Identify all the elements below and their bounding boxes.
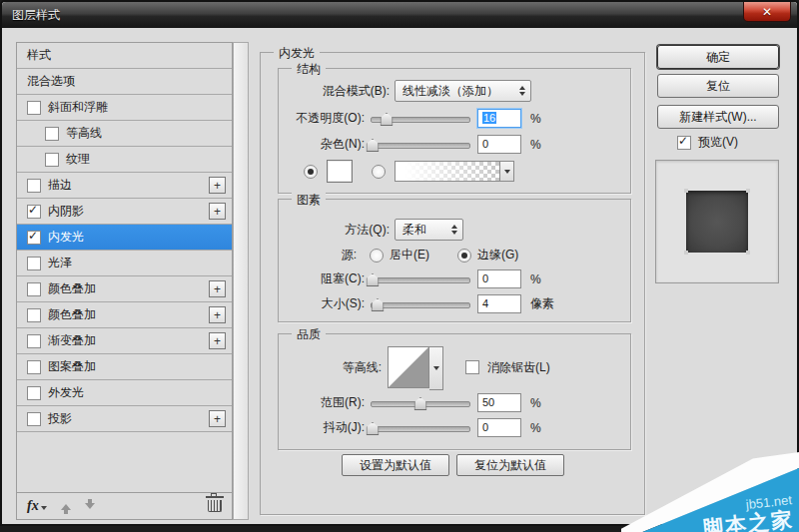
antialias-checkbox[interactable] bbox=[465, 360, 479, 374]
make-default-button[interactable]: 设置为默认值 bbox=[342, 454, 449, 476]
sidebar-item-内发光[interactable]: 内发光 bbox=[17, 225, 232, 251]
noise-input[interactable]: 0 bbox=[477, 135, 521, 154]
sidebar-item-颜色叠加[interactable]: 颜色叠加 + bbox=[17, 302, 232, 328]
opacity-slider[interactable] bbox=[371, 112, 470, 125]
size-slider[interactable] bbox=[371, 297, 470, 310]
range-slider[interactable] bbox=[371, 396, 470, 409]
blend-mode-select[interactable]: 线性减淡（添加） bbox=[395, 80, 531, 102]
add-effect-instance-button[interactable]: + bbox=[209, 410, 226, 427]
jitter-slider[interactable] bbox=[371, 421, 470, 434]
sidebar-item-颜色叠加[interactable]: 颜色叠加 + bbox=[17, 276, 232, 302]
effect-checkbox[interactable] bbox=[27, 412, 41, 426]
jitter-input[interactable]: 0 bbox=[477, 418, 521, 437]
blend-mode-value: 线性减淡（添加） bbox=[402, 83, 498, 100]
choke-unit: % bbox=[530, 272, 541, 286]
add-effect-instance-button[interactable]: + bbox=[209, 332, 226, 349]
effect-label: 纹理 bbox=[66, 151, 90, 168]
effect-checkbox[interactable] bbox=[27, 386, 41, 400]
antialias-label[interactable]: 消除锯齿(L) bbox=[487, 359, 550, 376]
opacity-unit: % bbox=[530, 112, 541, 126]
technique-select[interactable]: 柔和 bbox=[395, 219, 463, 241]
new-style-button[interactable]: 新建样式(W)... bbox=[657, 105, 779, 129]
source-label: 源: bbox=[282, 247, 357, 264]
range-slider-thumb[interactable] bbox=[414, 397, 427, 410]
range-input[interactable]: 50 bbox=[477, 393, 521, 412]
preview-label[interactable]: 预览(V) bbox=[698, 134, 738, 151]
gradient-dropdown-button[interactable] bbox=[499, 162, 513, 181]
quality-group-title: 品质 bbox=[292, 326, 326, 343]
size-input[interactable]: 4 bbox=[477, 294, 521, 313]
jitter-slider-thumb[interactable] bbox=[367, 422, 380, 435]
move-effect-up-button[interactable] bbox=[61, 499, 71, 514]
move-effect-down-button[interactable] bbox=[85, 499, 95, 514]
sidebar-item-描边[interactable]: 描边 + bbox=[17, 173, 232, 199]
effect-label: 描边 bbox=[48, 177, 72, 194]
close-button[interactable]: ✕ bbox=[743, 2, 791, 22]
color-fill-radio[interactable] bbox=[304, 165, 318, 179]
preview-checkbox[interactable] bbox=[677, 136, 691, 150]
preview-square bbox=[686, 191, 748, 253]
gradient-picker[interactable] bbox=[395, 161, 514, 182]
effect-checkbox[interactable] bbox=[27, 231, 41, 245]
contour-thumbnail[interactable] bbox=[388, 346, 429, 388]
effect-checkbox[interactable] bbox=[27, 179, 41, 193]
sidebar-item-内阴影[interactable]: 内阴影 + bbox=[17, 199, 232, 225]
title-bar[interactable]: 图层样式 bbox=[2, 2, 797, 28]
source-center-radio[interactable] bbox=[370, 249, 384, 263]
sidebar-item-等高线[interactable]: 等高线 bbox=[17, 121, 232, 147]
size-slider-thumb[interactable] bbox=[372, 298, 385, 311]
effect-checkbox[interactable] bbox=[27, 101, 41, 115]
reset-default-button[interactable]: 复位为默认值 bbox=[456, 454, 564, 476]
effect-checkbox[interactable] bbox=[27, 257, 41, 270]
add-effect-instance-button[interactable]: + bbox=[209, 177, 226, 194]
reset-button[interactable]: 复位 bbox=[657, 74, 779, 98]
choke-slider[interactable] bbox=[371, 272, 470, 285]
opacity-label: 不透明度(O): bbox=[282, 110, 365, 127]
noise-slider[interactable] bbox=[371, 138, 470, 151]
contour-dropdown-button[interactable] bbox=[429, 346, 443, 390]
effect-label: 渐变叠加 bbox=[48, 332, 96, 349]
dialog-title: 图层样式 bbox=[2, 7, 60, 24]
noise-unit: % bbox=[530, 138, 541, 152]
gradient-fill-radio[interactable] bbox=[372, 165, 386, 179]
size-unit: 像素 bbox=[530, 295, 554, 312]
source-edge-radio[interactable] bbox=[457, 249, 471, 263]
effect-label: 内阴影 bbox=[48, 203, 84, 220]
sidebar-item-纹理[interactable]: 纹理 bbox=[17, 147, 232, 173]
sidebar-scrollbar[interactable] bbox=[233, 42, 249, 520]
noise-slider-thumb[interactable] bbox=[367, 139, 380, 152]
add-effect-instance-button[interactable]: + bbox=[209, 203, 226, 220]
choke-slider-thumb[interactable] bbox=[367, 273, 380, 286]
effect-checkbox[interactable] bbox=[27, 282, 41, 296]
effect-checkbox[interactable] bbox=[27, 308, 41, 322]
delete-effect-icon[interactable] bbox=[208, 500, 222, 512]
effect-checkbox[interactable] bbox=[27, 360, 41, 374]
sidebar-item-样式[interactable]: 样式 bbox=[17, 43, 232, 69]
sidebar-item-光泽[interactable]: 光泽 bbox=[17, 251, 232, 276]
fx-menu-button[interactable]: fx bbox=[27, 498, 47, 514]
contour-label: 等高线: bbox=[282, 359, 382, 376]
source-edge-label[interactable]: 边缘(G) bbox=[477, 247, 518, 264]
effect-checkbox[interactable] bbox=[27, 334, 41, 348]
effect-checkbox[interactable] bbox=[27, 205, 41, 219]
glow-color-swatch[interactable] bbox=[327, 160, 353, 183]
opacity-slider-thumb[interactable] bbox=[381, 113, 394, 126]
sidebar-item-渐变叠加[interactable]: 渐变叠加 + bbox=[17, 328, 232, 354]
effect-checkbox[interactable] bbox=[45, 127, 59, 141]
effect-checkbox[interactable] bbox=[45, 153, 59, 167]
source-center-label[interactable]: 居中(E) bbox=[390, 247, 429, 264]
sidebar-item-投影[interactable]: 投影 + bbox=[17, 406, 232, 432]
sidebar-item-斜面和浮雕[interactable]: 斜面和浮雕 bbox=[17, 95, 232, 121]
structure-group-title: 结构 bbox=[292, 61, 326, 78]
sidebar-item-外发光[interactable]: 外发光 bbox=[17, 380, 232, 406]
sidebar-item-混合选项[interactable]: 混合选项 bbox=[17, 69, 232, 95]
close-icon: ✕ bbox=[762, 5, 772, 19]
add-effect-instance-button[interactable]: + bbox=[209, 280, 226, 297]
choke-input[interactable]: 0 bbox=[477, 269, 521, 288]
style-preview bbox=[655, 160, 779, 283]
sidebar-item-图案叠加[interactable]: 图案叠加 bbox=[17, 354, 232, 380]
ok-button[interactable]: 确定 bbox=[657, 45, 779, 69]
add-effect-instance-button[interactable]: + bbox=[209, 306, 226, 323]
opacity-input[interactable]: 16 bbox=[477, 109, 521, 128]
size-label: 大小(S): bbox=[282, 295, 365, 312]
